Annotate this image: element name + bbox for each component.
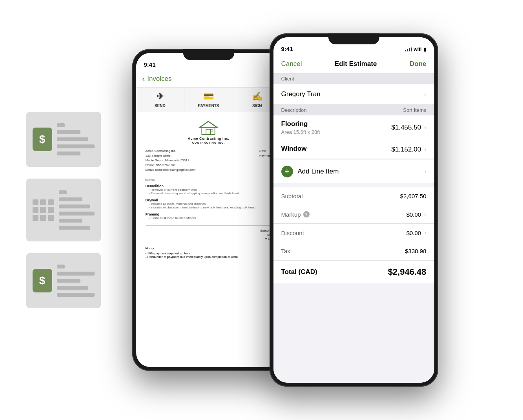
company-street: 123 Sample Street	[146, 153, 196, 158]
flooring-name: Flooring	[281, 120, 392, 128]
line-k	[57, 293, 95, 297]
sort-items-label: Sort Items	[403, 107, 426, 113]
company-phone: Phone: 555-976-9261	[146, 163, 196, 168]
bar-4	[411, 47, 412, 51]
grid-cell	[48, 207, 54, 213]
window-price-value: $1,152.00	[392, 146, 421, 153]
framing-name: Framing	[146, 212, 272, 216]
chevron-left-icon: ‹	[142, 74, 145, 83]
invoice-icon-2	[26, 179, 101, 241]
add-line-item-label: Add Line Item	[298, 168, 339, 175]
payments-label: PAYMENTS	[198, 104, 219, 108]
total-label: Total (CAD)	[281, 268, 317, 276]
sign-icon: ✍	[252, 91, 262, 102]
send-icon: ✈	[157, 91, 164, 102]
toolbar-send[interactable]: ✈ SEND	[136, 88, 185, 112]
line-item-flooring[interactable]: Flooring Area 15.6ft x 28ft $1,455.50 ›	[273, 115, 434, 140]
company-city: Maple Grove, Minnesota 55311	[146, 158, 196, 163]
add-line-chevron-icon: ›	[424, 168, 426, 175]
line-e	[59, 219, 82, 223]
toolbar-payments[interactable]: 💳 PAYMENTS	[184, 88, 233, 112]
invoice-toolbar: ✈ SEND 💳 PAYMENTS ✍ SIGN	[136, 87, 281, 112]
markup-chevron-icon: ›	[424, 211, 426, 218]
left-phone-screen: 9:41 ‹ Invoices ✈ SEND	[136, 53, 281, 367]
invoice-lines-2	[59, 190, 95, 230]
client-row[interactable]: Gregory Tran ›	[273, 84, 434, 105]
window-price: $1,152.00 ›	[392, 146, 426, 153]
add-line-item-button[interactable]: + Add Line Item ›	[273, 160, 434, 183]
invoice-totals: Subtotal Tax Total	[146, 225, 272, 241]
chevron-right-icon: ›	[424, 91, 426, 98]
invoices-nav-bar: ‹ Invoices	[136, 70, 281, 87]
discount-summary-value: $0.00 ›	[406, 229, 426, 236]
note-2: • Remainder of payment due immediately u…	[146, 255, 272, 259]
invoice-logo-section: Acme Contracting Inc. CONTRACTING INC.	[146, 120, 272, 144]
invoices-back-label: Invoices	[147, 75, 171, 83]
scene: $	[26, 18, 497, 402]
grid-cell	[33, 215, 39, 221]
grid-cell	[48, 215, 54, 221]
line-a	[59, 190, 67, 194]
total-value: $2,946.48	[388, 267, 426, 277]
note-1: • 10% payment required up front	[146, 252, 272, 255]
flooring-price: $1,455.50 ›	[392, 124, 426, 131]
line-b	[59, 197, 82, 201]
markup-help-icon: ?	[303, 211, 310, 217]
add-circle-icon: +	[281, 166, 293, 177]
flooring-sub: Area 15.6ft x 28ft	[281, 129, 392, 135]
grid-cell	[33, 199, 39, 206]
items-section-title: Items	[146, 178, 272, 182]
client-name: Gregory Tran	[281, 90, 321, 98]
wifi-icon: wifi	[414, 47, 422, 52]
line-item-window[interactable]: Window $1,152.00 ›	[273, 140, 434, 159]
framing-bullet-1: • Frame Bulk head in old bedroom	[146, 216, 272, 220]
window-name: Window	[281, 145, 392, 153]
edit-estimate-title: Edit Estimate	[335, 60, 377, 68]
acme-logo: Acme Contracting Inc. CONTRACTING INC.	[188, 120, 229, 144]
client-section-header: Client	[273, 73, 434, 84]
invoice-lines-3	[57, 265, 95, 297]
grid-icon	[33, 199, 54, 221]
line-3	[57, 137, 88, 141]
done-button[interactable]: Done	[410, 60, 426, 68]
grid-cell	[40, 199, 46, 206]
left-phone: 9:41 ‹ Invoices ✈ SEND	[132, 49, 285, 371]
subtotal-summary-value: $2,607.50	[400, 193, 426, 199]
demolition-bullet-1: • Removal of current bedroom wall	[146, 188, 272, 192]
company-name: Acme Contracting Inc.	[146, 149, 196, 153]
invoice-body: Acme Contracting Inc. CONTRACTING INC. A…	[136, 112, 281, 267]
subtotal-row: Subtotal	[146, 229, 272, 232]
line-j	[57, 286, 88, 290]
edit-estimate-nav: Cancel Edit Estimate Done	[273, 55, 434, 73]
summary-section: Subtotal $2,607.50 Markup ? $0.00 ›	[273, 187, 434, 283]
invoice-icon-3: $	[26, 253, 101, 308]
line-g	[57, 265, 65, 268]
bar-1	[405, 50, 406, 51]
invoice-item-framing: Framing • Frame Bulk head in old bedroom	[146, 212, 272, 220]
cancel-button[interactable]: Cancel	[281, 60, 302, 68]
dollar-icon-1: $	[33, 128, 52, 151]
markup-summary-row[interactable]: Markup ? $0.00 ›	[273, 205, 434, 224]
acme-house-svg	[199, 120, 218, 136]
sign-label: SIGN	[252, 104, 262, 108]
right-time: 9:41	[281, 46, 293, 52]
flooring-info: Flooring Area 15.6ft x 28ft	[281, 120, 392, 135]
discount-summary-row[interactable]: Discount $0.00 ›	[273, 224, 434, 242]
total-summary-row: Total (CAD) $2,946.48	[273, 260, 434, 283]
tax-row: Tax	[146, 233, 272, 237]
right-phone-content: Client Gregory Tran › Description Sort I…	[273, 73, 434, 383]
invoice-icon-1: $	[26, 112, 101, 167]
flooring-price-value: $1,455.50	[392, 124, 421, 131]
line-i	[57, 279, 80, 283]
markup-value-text: $0.00	[406, 211, 421, 218]
line-4	[57, 144, 95, 148]
phones-container: 9:41 ‹ Invoices ✈ SEND	[132, 33, 438, 387]
acme-name: Acme Contracting Inc.	[188, 137, 229, 141]
discount-summary-label: Discount	[281, 230, 304, 236]
back-to-invoices-button[interactable]: ‹ Invoices	[142, 74, 172, 83]
tax-summary-label: Tax	[281, 248, 290, 254]
right-phone: 9:41 wifi ▮ Cancel E	[270, 33, 438, 387]
tax-summary-value: $338.98	[405, 248, 426, 254]
company-address: Acme Contracting Inc. 123 Sample Street …	[146, 149, 196, 172]
line-f	[59, 226, 90, 230]
